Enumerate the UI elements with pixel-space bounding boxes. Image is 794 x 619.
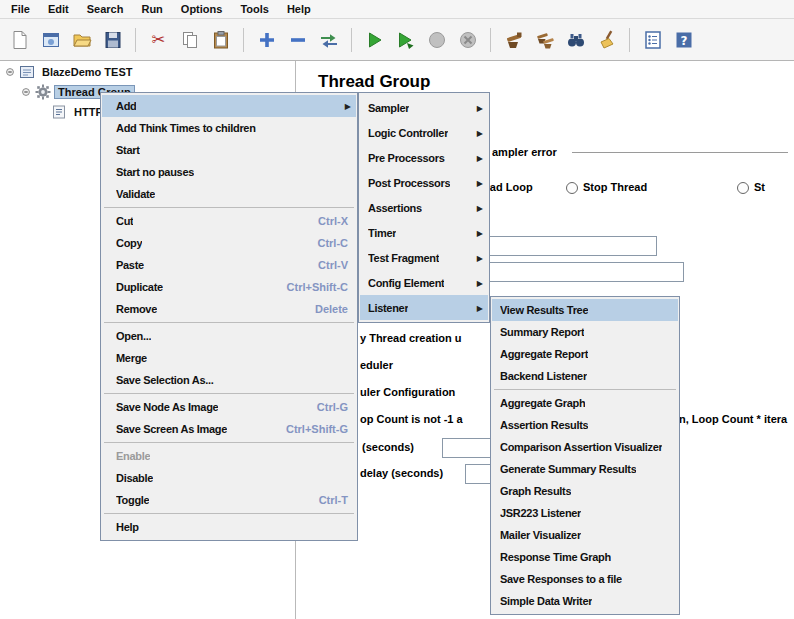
delay-thread-creation-label[interactable]: y Thread creation u [360, 332, 461, 344]
add-submenu-item-timer[interactable]: Timer▶ [360, 220, 488, 245]
start-no-pauses-button[interactable] [392, 26, 419, 53]
menu-item-shortcut: Ctrl-V [308, 259, 348, 271]
radio-stop-thread[interactable] [566, 182, 578, 194]
listener-submenu-item-assertion-results[interactable]: Assertion Results [492, 414, 678, 436]
cut-button[interactable]: ✂ [145, 26, 172, 53]
stop-icon [427, 30, 447, 50]
add-submenu-item-listener[interactable]: Listener▶ [360, 295, 488, 320]
search-button[interactable] [562, 26, 589, 53]
context-menu-item-toggle[interactable]: ToggleCtrl-T [102, 489, 356, 511]
menubar-item-run[interactable]: Run [132, 1, 171, 17]
context-menu-item-add[interactable]: Add▶ [102, 95, 356, 117]
search-reset-icon [597, 30, 617, 50]
context-menu-item-add-think-times-to-children[interactable]: Add Think Times to children [102, 117, 356, 139]
stop-button [423, 26, 450, 53]
context-menu-item-validate[interactable]: Validate [102, 183, 356, 205]
menubar-item-edit[interactable]: Edit [39, 1, 78, 17]
menu-item-label: Pre Processors [368, 152, 445, 164]
context-menu-item-cut[interactable]: CutCtrl-X [102, 210, 356, 232]
help-button[interactable]: ? [670, 26, 697, 53]
menu-item-label: Merge [116, 352, 147, 364]
add-submenu-item-pre-processors[interactable]: Pre Processors▶ [360, 145, 488, 170]
menu-separator [104, 322, 354, 323]
listener-submenu-item-mailer-visualizer[interactable]: Mailer Visualizer [492, 524, 678, 546]
toggle-button[interactable] [315, 26, 342, 53]
menu-item-shortcut: Ctrl-G [307, 401, 348, 413]
submenu-arrow-icon: ▶ [477, 228, 483, 237]
context-menu-item-save-node-as-image[interactable]: Save Node As ImageCtrl-G [102, 396, 356, 418]
menu-item-label: Start [116, 144, 140, 156]
add-submenu-item-sampler[interactable]: Sampler▶ [360, 95, 488, 120]
submenu-arrow-icon: ▶ [477, 303, 483, 312]
listener-submenu-item-response-time-graph[interactable]: Response Time Graph [492, 546, 678, 568]
menubar-item-help[interactable]: Help [278, 1, 320, 17]
menubar-item-options[interactable]: Options [172, 1, 232, 17]
tree-expander-icon[interactable] [4, 66, 16, 78]
listener-submenu-item-jsr223-listener[interactable]: JSR223 Listener [492, 502, 678, 524]
function-helper-button[interactable] [639, 26, 666, 53]
listener-submenu-item-generate-summary-results[interactable]: Generate Summary Results [492, 458, 678, 480]
context-menu-item-copy[interactable]: CopyCtrl-C [102, 232, 356, 254]
menubar-item-file[interactable]: File [2, 1, 39, 17]
tree-item-label: BlazeDemo TEST [38, 65, 136, 79]
listener-submenu-item-backend-listener[interactable]: Backend Listener [492, 365, 678, 387]
copy-button[interactable] [176, 26, 203, 53]
collapse-all-button[interactable] [284, 26, 311, 53]
context-menu-item-duplicate[interactable]: DuplicateCtrl+Shift-C [102, 276, 356, 298]
collapse-icon [288, 30, 308, 50]
listener-submenu-item-graph-results[interactable]: Graph Results [492, 480, 678, 502]
toolbar-separator [243, 28, 244, 52]
clear-button[interactable] [500, 26, 527, 53]
new-file-button[interactable] [6, 26, 33, 53]
menu-item-label: Add Think Times to children [116, 122, 256, 134]
radio-stop-thread-label[interactable]: Stop Thread [583, 181, 647, 193]
menubar-item-search[interactable]: Search [78, 1, 133, 17]
add-submenu-item-post-processors[interactable]: Post Processors▶ [360, 170, 488, 195]
radio-stop-test[interactable] [737, 182, 749, 194]
menu-item-label: Save Responses to a file [500, 573, 622, 585]
toolbar-separator [351, 28, 352, 52]
svg-text:?: ? [680, 33, 687, 47]
context-menu-item-remove[interactable]: RemoveDelete [102, 298, 356, 320]
add-submenu-item-logic-controller[interactable]: Logic Controller▶ [360, 120, 488, 145]
expand-all-button[interactable] [253, 26, 280, 53]
shutdown-button [454, 26, 481, 53]
context-menu-item-save-selection-as[interactable]: Save Selection As... [102, 369, 356, 391]
context-menu-item-start[interactable]: Start [102, 139, 356, 161]
scheduler-label[interactable]: eduler [360, 359, 393, 371]
submenu-arrow-icon: ▶ [477, 103, 483, 112]
toggle-icon [319, 30, 339, 50]
context-menu-item-paste[interactable]: PasteCtrl-V [102, 254, 356, 276]
context-menu-item-help[interactable]: Help [102, 516, 356, 538]
listener-submenu-item-aggregate-report[interactable]: Aggregate Report [492, 343, 678, 365]
listener-submenu-item-save-responses-to-a-file[interactable]: Save Responses to a file [492, 568, 678, 590]
paste-button[interactable] [207, 26, 234, 53]
thread-group-icon [35, 84, 51, 100]
context-menu-item-disable[interactable]: Disable [102, 467, 356, 489]
menubar-item-tools[interactable]: Tools [231, 1, 278, 17]
context-menu-item-merge[interactable]: Merge [102, 347, 356, 369]
tree-item-blazedemo-test[interactable]: BlazeDemo TEST [0, 62, 295, 82]
listener-submenu-item-summary-report[interactable]: Summary Report [492, 321, 678, 343]
open-button[interactable] [68, 26, 95, 53]
save-button[interactable] [99, 26, 126, 53]
context-menu-item-start-no-pauses[interactable]: Start no pauses [102, 161, 356, 183]
menu-item-label: Logic Controller [368, 127, 448, 139]
add-submenu-item-config-element[interactable]: Config Element▶ [360, 270, 488, 295]
add-submenu-item-test-fragment[interactable]: Test Fragment▶ [360, 245, 488, 270]
context-menu-item-save-screen-as-image[interactable]: Save Screen As ImageCtrl+Shift-G [102, 418, 356, 440]
context-menu-item-open[interactable]: Open... [102, 325, 356, 347]
listener-submenu-item-view-results-tree[interactable]: View Results Tree [492, 299, 678, 321]
listener-submenu-item-aggregate-graph[interactable]: Aggregate Graph [492, 392, 678, 414]
clear-all-button[interactable] [531, 26, 558, 53]
start-button[interactable] [361, 26, 388, 53]
listener-submenu-item-comparison-assertion-visualizer[interactable]: Comparison Assertion Visualizer [492, 436, 678, 458]
add-submenu-item-assertions[interactable]: Assertions▶ [360, 195, 488, 220]
templates-button[interactable] [37, 26, 64, 53]
menu-item-label: Timer [368, 227, 396, 239]
radio-stop-test-label[interactable]: St [754, 181, 765, 193]
search-reset-button[interactable] [593, 26, 620, 53]
tree-expander-icon[interactable] [20, 86, 32, 98]
listener-submenu-item-simple-data-writer[interactable]: Simple Data Writer [492, 590, 678, 612]
context-menu-item-enable: Enable [102, 445, 356, 467]
